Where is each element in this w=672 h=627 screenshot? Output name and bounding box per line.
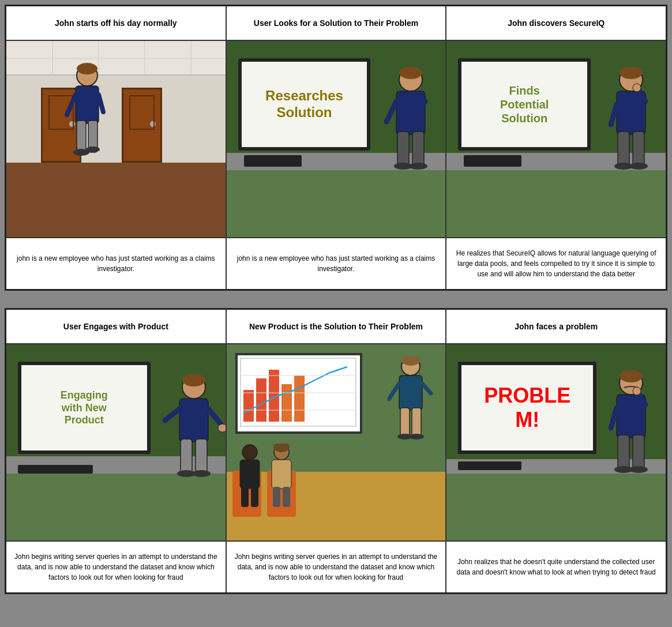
svg-rect-26 bbox=[618, 132, 629, 166]
svg-rect-36 bbox=[181, 439, 192, 474]
svg-rect-63 bbox=[241, 487, 249, 507]
svg-point-24 bbox=[620, 67, 643, 79]
person-svg bbox=[64, 63, 110, 167]
svg-point-61 bbox=[242, 445, 257, 460]
row-1: John starts off his day normally bbox=[5, 5, 667, 291]
scene-lab-finds: Finds Potential Solution bbox=[446, 41, 666, 237]
person-problem-svg bbox=[602, 370, 660, 486]
svg-point-29 bbox=[629, 163, 648, 170]
scene-lab-engage: Engaging with NewProduct bbox=[6, 344, 226, 540]
svg-line-30 bbox=[611, 104, 617, 125]
cell-header-1-3: John discovers SecureIQ bbox=[446, 6, 666, 41]
scene-lab-research: ResearchesSolution bbox=[227, 41, 446, 237]
office-floor bbox=[6, 163, 226, 237]
svg-line-13 bbox=[99, 95, 103, 112]
svg-rect-67 bbox=[272, 460, 291, 489]
ceiling-svg bbox=[6, 41, 226, 76]
cell-discovers: John discovers SecureIQ Finds Potential … bbox=[446, 6, 666, 289]
svg-line-59 bbox=[389, 384, 399, 399]
svg-rect-73 bbox=[618, 435, 629, 470]
svg-rect-56 bbox=[412, 408, 421, 437]
screen-text-finds: Finds Potential Solution bbox=[493, 84, 556, 125]
svg-rect-69 bbox=[283, 487, 290, 507]
svg-rect-43 bbox=[243, 390, 254, 422]
svg-rect-17 bbox=[397, 132, 409, 166]
problem-text: PROBLEM! bbox=[484, 384, 570, 432]
svg-line-60 bbox=[422, 384, 431, 393]
svg-rect-68 bbox=[273, 487, 280, 507]
presenter-svg bbox=[388, 356, 434, 448]
svg-point-20 bbox=[409, 163, 427, 170]
svg-point-71 bbox=[620, 370, 643, 382]
scene-presentation bbox=[227, 344, 446, 540]
door-2 bbox=[122, 88, 162, 163]
svg-rect-55 bbox=[400, 408, 410, 437]
cell-header-2-1: User Engages with Product bbox=[6, 310, 226, 344]
cell-caption-1-2: john is a new employee who has just star… bbox=[227, 237, 446, 289]
problem-monitor-base bbox=[458, 461, 521, 470]
scene-problem: PROBLEM! bbox=[446, 344, 666, 540]
svg-point-34 bbox=[182, 374, 205, 386]
svg-rect-37 bbox=[196, 439, 207, 474]
svg-point-15 bbox=[399, 67, 422, 79]
svg-rect-64 bbox=[251, 487, 258, 507]
cell-problem: John faces a problem PROBLEM! bbox=[446, 310, 666, 592]
row-gap bbox=[5, 296, 667, 302]
monitor-base bbox=[244, 155, 302, 167]
person-engage-svg bbox=[162, 374, 226, 490]
problem-screen: PROBLEM! bbox=[458, 362, 596, 454]
svg-rect-7 bbox=[76, 86, 99, 123]
screen-text-engage: Engaging with NewProduct bbox=[52, 389, 115, 427]
cell-research: User Looks for a Solution to Their Probl… bbox=[227, 6, 447, 289]
svg-line-21 bbox=[386, 102, 396, 122]
cell-caption-2-2: John begins writing server queries in an… bbox=[227, 540, 446, 592]
cell-office: John starts off his day normally bbox=[6, 6, 227, 289]
svg-rect-18 bbox=[412, 132, 424, 166]
svg-rect-62 bbox=[240, 460, 260, 489]
monitor-engage bbox=[18, 465, 93, 474]
svg-line-12 bbox=[67, 95, 76, 115]
svg-line-41 bbox=[208, 409, 223, 426]
row-2: User Engages with Product Engaging with … bbox=[5, 308, 667, 594]
svg-point-32 bbox=[633, 84, 641, 92]
lab-screen: ResearchesSolution bbox=[238, 58, 371, 151]
lab-screen-finds: Finds Potential Solution bbox=[458, 58, 591, 151]
cell-header-1-2: User Looks for a Solution to Their Probl… bbox=[227, 6, 446, 41]
svg-rect-8 bbox=[77, 121, 86, 152]
svg-line-40 bbox=[165, 409, 179, 420]
svg-line-77 bbox=[611, 408, 617, 428]
cell-caption-2-3: John realizes that he doesn't quite unde… bbox=[446, 540, 666, 592]
svg-point-39 bbox=[192, 470, 211, 477]
svg-rect-16 bbox=[396, 91, 425, 134]
cell-header-1-1: John starts off his day normally bbox=[6, 6, 226, 41]
cell-header-2-2: New Product is the Solution to Their Pro… bbox=[227, 310, 446, 344]
cell-caption-1-1: john is a new employee who has just star… bbox=[6, 237, 226, 289]
ceiling bbox=[6, 41, 226, 76]
svg-rect-74 bbox=[633, 435, 644, 470]
svg-point-11 bbox=[86, 147, 100, 152]
lab-screen-engage: Engaging with NewProduct bbox=[18, 362, 151, 454]
scene-office bbox=[6, 41, 226, 237]
audience-2-svg bbox=[261, 444, 302, 513]
svg-rect-47 bbox=[294, 376, 305, 422]
svg-rect-27 bbox=[633, 132, 644, 166]
cell-engages: User Engages with Product Engaging with … bbox=[6, 310, 227, 592]
svg-point-79 bbox=[633, 387, 641, 395]
monitor-base-finds bbox=[464, 155, 521, 167]
chart-svg bbox=[238, 355, 359, 430]
cell-caption-2-1: John begins writing server queries in an… bbox=[6, 540, 226, 592]
cell-caption-1-3: He realizes that SecureIQ allows for nat… bbox=[446, 237, 666, 289]
svg-rect-35 bbox=[179, 399, 208, 442]
cell-presentation: New Product is the Solution to Their Pro… bbox=[227, 310, 447, 592]
storyboard: John starts off his day normally bbox=[0, 0, 672, 599]
presentation-screen bbox=[235, 353, 362, 434]
svg-rect-44 bbox=[256, 378, 266, 422]
screen-text-research: ResearchesSolution bbox=[265, 88, 343, 121]
person-finds-svg bbox=[602, 67, 660, 182]
svg-point-6 bbox=[77, 63, 97, 74]
svg-rect-54 bbox=[399, 376, 422, 410]
person-lab-svg bbox=[382, 67, 440, 182]
svg-point-42 bbox=[218, 424, 226, 432]
cell-header-2-3: John faces a problem bbox=[446, 310, 666, 344]
svg-point-58 bbox=[409, 434, 424, 440]
